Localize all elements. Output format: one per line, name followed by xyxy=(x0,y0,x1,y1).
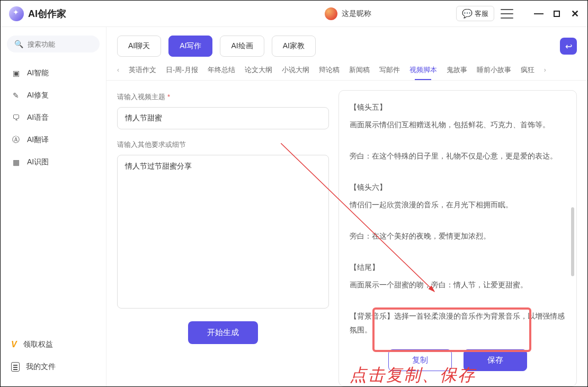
sidebar-item-aismart[interactable]: ▣ AI智能 xyxy=(7,62,100,84)
sidebar-item-label: AI翻译 xyxy=(27,135,49,145)
cat-item-active[interactable]: 视频脚本 xyxy=(409,65,437,75)
menu-icon[interactable] xyxy=(501,9,513,19)
output-line: 情侣们一起欣赏浪漫的音乐，在月光下相拥而眠。 xyxy=(350,198,566,212)
cat-item[interactable]: 疯狂 xyxy=(521,65,534,75)
detail-label: 请输入其他要求或细节 xyxy=(117,140,329,149)
undo-button[interactable]: ↩ xyxy=(560,38,577,55)
cat-item[interactable]: 睡前小故事 xyxy=(477,65,511,75)
cat-item[interactable]: 年终总结 xyxy=(208,65,235,75)
vip-icon: V xyxy=(11,340,17,349)
generate-button[interactable]: 开始生成 xyxy=(188,321,258,344)
minimize-button[interactable]: — xyxy=(534,10,543,18)
sidebar-item-airepair[interactable]: ✎ AI修复 xyxy=(7,84,100,107)
tab-tutor[interactable]: AI家教 xyxy=(272,36,316,57)
output-text: 【镜头五】 画面展示情侣们互相赠送礼物，包括鲜花、巧克力、首饰等。 旁白：在这个… xyxy=(350,100,566,337)
sidebar-item-aitranslate[interactable]: Ⓐ AI翻译 xyxy=(7,129,100,151)
titlebar: AI创作家 这是昵称 💬 客服 — ✕ xyxy=(1,1,587,27)
undo-icon: ↩ xyxy=(565,41,572,51)
app-window: AI创作家 这是昵称 💬 客服 — ✕ 🔍 ▣ AI智能 ✎ xyxy=(0,0,588,387)
scrollbar[interactable] xyxy=(571,101,574,344)
output-line: 旁白：在这个美好的夜晚，爱情更加浓烈。 xyxy=(350,229,566,243)
user-avatar[interactable] xyxy=(325,7,337,20)
sidebar-item-rights[interactable]: V 领取权益 xyxy=(7,333,100,356)
tab-chat[interactable]: AI聊天 xyxy=(117,36,161,57)
annotation-text: 点击复制、保存 xyxy=(350,364,476,387)
output-line: 【镜头五】 xyxy=(350,100,566,115)
maximize-button[interactable] xyxy=(554,11,560,17)
sidebar-item-label: AI修复 xyxy=(27,91,49,100)
output-line: 【背景音乐】选择一首轻柔浪漫的音乐作为背景音乐，以增强情感氛围。 xyxy=(350,309,566,337)
cat-item[interactable]: 小说大纲 xyxy=(282,65,309,75)
cat-item[interactable]: 鬼故事 xyxy=(447,65,467,75)
rights-label: 领取权益 xyxy=(23,340,53,349)
search-box[interactable]: 🔍 xyxy=(7,36,100,52)
cat-item[interactable]: 新闻稿 xyxy=(349,65,370,75)
search-input[interactable] xyxy=(28,40,92,48)
tab-paint[interactable]: AI绘画 xyxy=(220,36,264,57)
search-icon: 🔍 xyxy=(14,40,23,48)
translate-icon: Ⓐ xyxy=(11,135,21,145)
cat-prev-icon[interactable]: ‹ xyxy=(117,66,119,74)
close-button[interactable]: ✕ xyxy=(571,10,579,18)
topic-label: 请输入视频主题* xyxy=(117,92,329,102)
chat-icon: 💬 xyxy=(462,8,473,19)
cat-item[interactable]: 辩论稿 xyxy=(319,65,340,75)
cat-item[interactable]: 英语作文 xyxy=(129,65,156,75)
voice-icon: 🗨 xyxy=(11,113,21,122)
sidebar-item-aivoice[interactable]: 🗨 AI语音 xyxy=(7,107,100,129)
app-title: AI创作家 xyxy=(28,7,66,20)
detail-textarea[interactable]: 情人节过节甜蜜分享 xyxy=(117,155,329,309)
cat-item[interactable]: 写邮件 xyxy=(379,65,400,75)
app-logo-icon xyxy=(9,6,24,21)
sidebar-item-aiimage[interactable]: ▦ AI识图 xyxy=(7,151,100,173)
sidebar-item-label: AI语音 xyxy=(27,113,49,122)
sidebar-item-label: AI智能 xyxy=(27,68,49,78)
output-line: 【结尾】 xyxy=(350,260,566,275)
repair-icon: ✎ xyxy=(11,91,21,100)
output-panel: 【镜头五】 画面展示情侣们互相赠送礼物，包括鲜花、巧克力、首饰等。 旁白：在这个… xyxy=(338,90,577,386)
cat-item[interactable]: 日-周-月报 xyxy=(166,65,198,75)
output-line: 画面展示一个甜蜜的吻，旁白：情人节，让爱更甜蜜。 xyxy=(350,278,566,292)
files-label: 我的文件 xyxy=(26,362,56,372)
main-content: AI聊天 AI写作 AI绘画 AI家教 ↩ ‹ 英语作文 日-周-月报 年终总结… xyxy=(106,27,587,386)
category-row: ‹ 英语作文 日-周-月报 年终总结 论文大纲 小说大纲 辩论稿 新闻稿 写邮件… xyxy=(106,62,587,81)
mode-tabs: AI聊天 AI写作 AI绘画 AI家教 ↩ xyxy=(106,27,587,62)
cat-item[interactable]: 论文大纲 xyxy=(245,65,272,75)
output-line: 【镜头六】 xyxy=(350,180,566,195)
window-controls: — ✕ xyxy=(534,10,579,18)
scrollbar-thumb[interactable] xyxy=(571,207,574,276)
user-nickname: 这是昵称 xyxy=(342,9,371,19)
input-panel: 请输入视频主题* 请输入其他要求或细节 情人节过节甜蜜分享 开始生成 xyxy=(117,90,329,386)
tab-write[interactable]: AI写作 xyxy=(168,36,212,57)
sidebar-item-label: AI识图 xyxy=(27,157,49,167)
sidebar-item-files[interactable]: 我的文件 xyxy=(7,356,100,378)
customer-service-button[interactable]: 💬 客服 xyxy=(456,6,494,21)
smart-icon: ▣ xyxy=(11,68,21,78)
image-icon: ▦ xyxy=(11,157,21,167)
output-line: 画面展示情侣们互相赠送礼物，包括鲜花、巧克力、首饰等。 xyxy=(350,118,566,132)
topic-input[interactable] xyxy=(117,107,329,129)
file-icon xyxy=(11,362,20,372)
cat-next-icon[interactable]: › xyxy=(544,66,546,74)
sidebar: 🔍 ▣ AI智能 ✎ AI修复 🗨 AI语音 Ⓐ AI翻译 ▦ AI识图 xyxy=(1,27,106,386)
customer-service-label: 客服 xyxy=(475,9,488,19)
output-line: 旁白：在这个特殊的日子里，礼物不仅是心意，更是爱的表达。 xyxy=(350,149,566,163)
